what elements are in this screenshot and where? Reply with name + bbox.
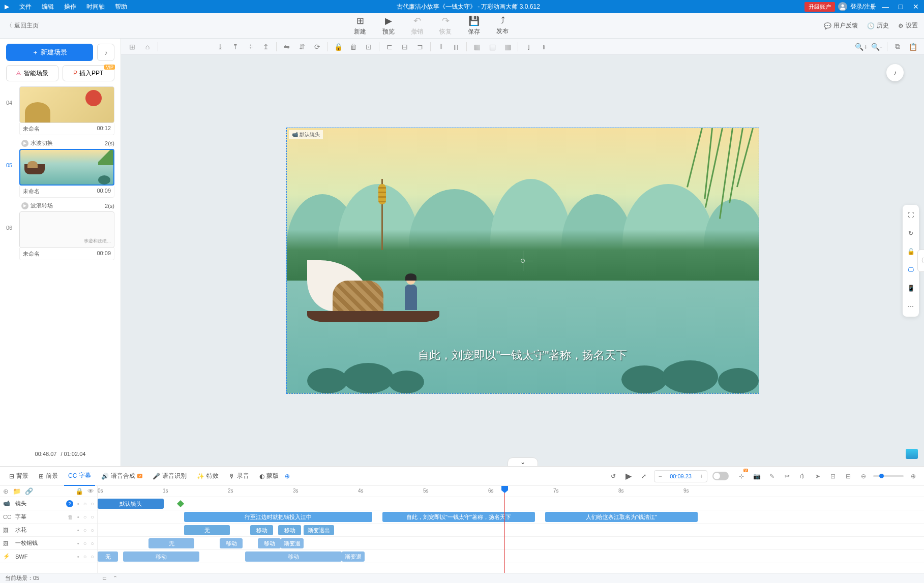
marker-tool-icon[interactable]: ⊡	[827, 471, 839, 482]
tab-background[interactable]: ⊟背景	[5, 467, 33, 486]
scene-thumbnail[interactable]	[19, 149, 114, 186]
edit-tool-icon[interactable]: ✎	[766, 471, 778, 482]
zoom-out-icon[interactable]: 🔍-	[870, 41, 884, 53]
align-bottom-icon[interactable]: ⤓	[213, 41, 227, 53]
clip-camera-default[interactable]: 默认镜头	[98, 499, 164, 509]
rewind-icon[interactable]: ↺	[608, 471, 618, 481]
paste-icon[interactable]: 📋	[906, 41, 920, 53]
filter-tool-icon[interactable]: ⫛	[797, 471, 808, 482]
window-minimize-icon[interactable]: —	[879, 0, 891, 13]
scene-thumbnail[interactable]: 事迹和政绩...	[19, 211, 114, 248]
align-right-icon[interactable]: ⊐	[413, 41, 427, 53]
cut-tool-icon[interactable]: ✂	[782, 471, 793, 482]
music-button[interactable]: ♪	[97, 44, 114, 61]
spacing-h-icon[interactable]: ⫿	[521, 41, 535, 53]
track-row-subtitle[interactable]: CC 字幕 🗑 • ○ ○	[0, 510, 97, 524]
snap-toggle[interactable]	[712, 472, 729, 480]
time-decrease-button[interactable]: −	[654, 473, 666, 480]
clip-swf-fadeout[interactable]: 渐变退	[342, 551, 365, 562]
save-button[interactable]: 💾保存	[468, 15, 480, 36]
link-icon[interactable]: 🔗	[25, 487, 33, 495]
clip-swf-move1[interactable]: 移动	[123, 551, 199, 562]
tab-effects[interactable]: ✨特效	[193, 467, 223, 486]
display-icon[interactable]: 🖵	[905, 264, 917, 276]
upgrade-account-button[interactable]: 升级账户	[804, 2, 835, 12]
new-button[interactable]: ⊞新建	[354, 15, 366, 36]
clip-subtitle-3[interactable]: 人们给这条江取名为"钱清江"	[545, 512, 698, 522]
folder-icon[interactable]: 📁	[13, 487, 21, 495]
align-up-icon[interactable]: ↥	[259, 41, 273, 53]
tab-more-button[interactable]: ⊕	[285, 473, 290, 480]
login-register-link[interactable]: 登录/注册	[850, 3, 876, 11]
keyframe-dot-icon[interactable]: •	[77, 514, 79, 520]
spacing-v-icon[interactable]: ⫾	[536, 41, 551, 53]
layer-tool2-icon[interactable]: ▤	[485, 41, 499, 53]
distribute-v-icon[interactable]: ⫼	[449, 41, 463, 53]
new-scene-button[interactable]: ＋新建场景	[6, 44, 93, 61]
unlock-icon[interactable]: 🔓	[905, 246, 917, 258]
layer-tool3-icon[interactable]: ▥	[500, 41, 515, 53]
track-area[interactable]: 0s 1s 2s 3s 4s 5s 6s 7s 8s 9s 默认镜头 行至江边时…	[98, 486, 924, 573]
clip-coin-none[interactable]: 无	[148, 538, 194, 548]
clip-spray-none[interactable]: 无	[184, 525, 230, 535]
playhead[interactable]	[504, 486, 505, 573]
clip-subtitle-1[interactable]: 行至江边时就把钱投入江中	[184, 512, 372, 522]
delete-track-icon[interactable]: 🗑	[68, 514, 73, 520]
camera-tool-icon[interactable]: 📷	[751, 471, 762, 482]
track-lock-icon[interactable]: ○	[83, 501, 87, 507]
track-eye-icon[interactable]: ○	[91, 501, 94, 507]
flip-v-icon[interactable]: ⇵	[295, 41, 309, 53]
track-row-swf[interactable]: ⚡ SWF • ○ ○	[0, 550, 97, 563]
tab-asr[interactable]: 🎤语音识别	[148, 467, 191, 486]
track-spray[interactable]: 无 移动 移动 渐变退出	[98, 524, 924, 537]
current-time-value[interactable]: 00:09.23	[666, 473, 696, 479]
menu-timeline[interactable]: 时间轴	[81, 0, 110, 13]
keyframe-tool-icon[interactable]: ⊹V	[736, 471, 747, 482]
clip-subtitle-2[interactable]: 自此，刘宠即以"一钱太守"著称，扬名天下	[382, 512, 535, 522]
track-eye-icon[interactable]: ○	[91, 527, 94, 533]
scene-thumbnail[interactable]	[19, 86, 114, 123]
time-increase-button[interactable]: +	[696, 473, 707, 480]
track-lock-icon[interactable]: ○	[83, 554, 87, 560]
keyframe-dot-icon[interactable]: •	[77, 527, 79, 533]
lock-all-icon[interactable]: 🔒	[75, 487, 83, 495]
align-hcenter-icon[interactable]: ⊟	[398, 41, 412, 53]
clip-coin-move1[interactable]: 移动	[220, 538, 243, 548]
menu-operate[interactable]: 操作	[59, 0, 81, 13]
distribute-h-icon[interactable]: ⫴	[434, 41, 448, 53]
align-vcenter-icon[interactable]: ⫩	[244, 41, 258, 53]
canvas-collapse-toggle[interactable]: ⌄	[508, 457, 538, 466]
track-row-spray[interactable]: 🖼 水花 • ○ ○	[0, 524, 97, 537]
scene-transition-04[interactable]: ▶水波切换2(s)	[6, 137, 114, 149]
canvas-scene[interactable]: 📹 默认镜头	[286, 128, 759, 394]
keyframe-dot-icon[interactable]: •	[77, 501, 79, 507]
track-row-coin[interactable]: 🖼 一枚铜钱 • ○ ○	[0, 537, 97, 550]
settings-button[interactable]: ⚙设置	[898, 21, 918, 30]
scene-item-05[interactable]: 05 未命名00:09	[6, 149, 114, 198]
tab-record[interactable]: 🎙录音	[225, 467, 253, 486]
help-icon[interactable]: ?	[66, 500, 73, 507]
menu-file[interactable]: 文件	[14, 0, 37, 13]
track-camera[interactable]: 默认镜头	[98, 497, 924, 510]
tab-foreground[interactable]: ⊞前景	[35, 467, 62, 486]
status-up-icon[interactable]: ⌃	[113, 575, 117, 581]
user-avatar-icon[interactable]	[838, 2, 847, 11]
fullscreen-icon[interactable]: ⛶	[905, 209, 917, 221]
clip-spray-move2[interactable]: 移动	[278, 525, 301, 535]
home-icon[interactable]: ⌂	[140, 41, 155, 53]
canvas-viewport[interactable]: 📹 默认镜头	[121, 55, 924, 466]
track-eye-icon[interactable]: ○	[91, 554, 94, 560]
tab-mask[interactable]: ◐蒙版	[255, 467, 283, 486]
track-eye-icon[interactable]: ○	[91, 514, 94, 520]
keyframe-dot-icon[interactable]: •	[77, 540, 79, 546]
clip-swf-move2[interactable]: 移动	[245, 551, 342, 562]
preview-button[interactable]: ▶预览	[382, 15, 395, 36]
add-track-icon[interactable]: ⊕	[3, 487, 9, 495]
zoom-out-timeline-icon[interactable]: ⊖	[858, 471, 869, 482]
number-tool-icon[interactable]: ⊟	[843, 471, 854, 482]
clip-spray-move1[interactable]: 移动	[250, 525, 273, 535]
camera-badge[interactable]: 📹 默认镜头	[289, 130, 323, 139]
ai-scene-button[interactable]: ⩓智能场景	[6, 65, 58, 81]
track-lock-icon[interactable]: ○	[83, 514, 87, 520]
canvas-subtitle[interactable]: 自此，刘宠即以"一钱太守"著称，扬名天下	[287, 348, 759, 363]
